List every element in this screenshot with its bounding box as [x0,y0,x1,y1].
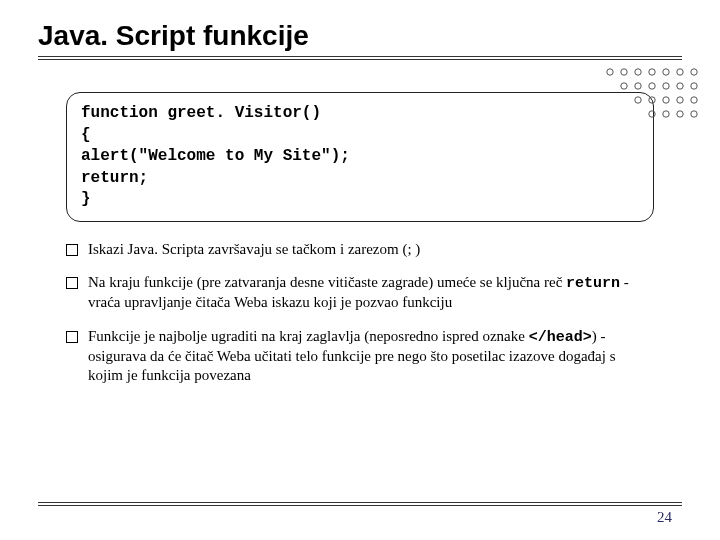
code-block: function greet. Visitor() { alert("Welco… [66,92,654,222]
code-line: function greet. Visitor() [81,104,321,122]
list-item: Funkcije je najbolje ugraditi na kraj za… [66,327,654,386]
code-line: return; [81,169,148,187]
bullet-list: Iskazi Java. Scripta završavaju se tačko… [66,240,654,385]
svg-point-20 [677,111,683,117]
slide: Java. Script funkcije function greet. Vi… [0,0,720,540]
svg-point-1 [621,69,627,75]
svg-point-6 [691,69,697,75]
svg-point-18 [649,111,655,117]
svg-point-15 [663,97,669,103]
svg-point-3 [649,69,655,75]
svg-point-19 [663,111,669,117]
slide-title: Java. Script funkcije [38,20,682,52]
footer-rule [38,502,682,506]
keyword-head-close: </head> [529,329,592,346]
svg-point-9 [649,83,655,89]
svg-point-10 [663,83,669,89]
svg-point-2 [635,69,641,75]
svg-point-0 [607,69,613,75]
svg-point-13 [635,97,641,103]
code-line: } [81,190,91,208]
list-item: Iskazi Java. Scripta završavaju se tačko… [66,240,654,259]
svg-point-4 [663,69,669,75]
keyword-return: return [566,275,620,292]
list-item: Na kraju funkcije (pre zatvaranja desne … [66,273,654,312]
svg-point-14 [649,97,655,103]
svg-point-16 [677,97,683,103]
decorative-circles [596,60,706,126]
svg-point-21 [691,111,697,117]
code-line: { [81,126,91,144]
list-text: Na kraju funkcije (pre zatvaranja desne … [88,274,566,290]
svg-point-12 [691,83,697,89]
svg-point-11 [677,83,683,89]
svg-point-5 [677,69,683,75]
code-line: alert("Welcome to My Site"); [81,147,350,165]
page-number: 24 [657,509,672,526]
svg-point-8 [635,83,641,89]
title-rule [38,56,682,60]
svg-point-7 [621,83,627,89]
svg-point-17 [691,97,697,103]
list-text: Iskazi Java. Scripta završavaju se tačko… [88,241,420,257]
list-text: Funkcije je najbolje ugraditi na kraj za… [88,328,529,344]
